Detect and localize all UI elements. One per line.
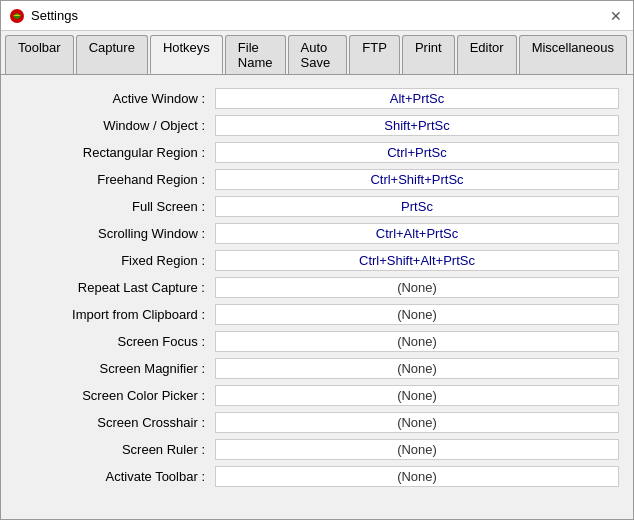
hotkey-label: Screen Crosshair : — [11, 409, 211, 436]
hotkey-value-button[interactable]: (None) — [215, 466, 619, 487]
hotkey-value-button[interactable]: (None) — [215, 412, 619, 433]
hotkey-value-button[interactable]: Ctrl+Shift+Alt+PrtSc — [215, 250, 619, 271]
hotkey-value-button[interactable]: Ctrl+PrtSc — [215, 142, 619, 163]
hotkey-label: Activate Toolbar : — [11, 463, 211, 490]
tab-autosave[interactable]: Auto Save — [288, 35, 348, 74]
hotkeys-content: Active Window :Alt+PrtScWindow / Object … — [1, 75, 633, 519]
table-row: Window / Object :Shift+PrtSc — [11, 112, 623, 139]
hotkey-label: Screen Color Picker : — [11, 382, 211, 409]
hotkey-label: Rectangular Region : — [11, 139, 211, 166]
hotkey-label: Full Screen : — [11, 193, 211, 220]
hotkey-value-button[interactable]: Shift+PrtSc — [215, 115, 619, 136]
hotkey-label: Repeat Last Capture : — [11, 274, 211, 301]
hotkey-label: Window / Object : — [11, 112, 211, 139]
hotkey-value-button[interactable]: (None) — [215, 277, 619, 298]
hotkey-value-button[interactable]: Ctrl+Alt+PrtSc — [215, 223, 619, 244]
table-row: Freehand Region :Ctrl+Shift+PrtSc — [11, 166, 623, 193]
hotkey-value-button[interactable]: (None) — [215, 304, 619, 325]
table-row: Fixed Region :Ctrl+Shift+Alt+PrtSc — [11, 247, 623, 274]
hotkey-label: Scrolling Window : — [11, 220, 211, 247]
table-row: Screen Ruler :(None) — [11, 436, 623, 463]
tab-print[interactable]: Print — [402, 35, 455, 74]
table-row: Screen Magnifier :(None) — [11, 355, 623, 382]
tab-miscellaneous[interactable]: Miscellaneous — [519, 35, 627, 74]
tab-toolbar[interactable]: Toolbar — [5, 35, 74, 74]
hotkey-label: Screen Focus : — [11, 328, 211, 355]
title-bar: Settings ✕ — [1, 1, 633, 31]
table-row: Screen Crosshair :(None) — [11, 409, 623, 436]
tab-ftp[interactable]: FTP — [349, 35, 400, 74]
table-row: Screen Focus :(None) — [11, 328, 623, 355]
title-bar-left: Settings — [9, 8, 78, 24]
hotkey-value-button[interactable]: (None) — [215, 439, 619, 460]
hotkey-value-button[interactable]: Ctrl+Shift+PrtSc — [215, 169, 619, 190]
hotkey-label: Screen Ruler : — [11, 436, 211, 463]
table-row: Rectangular Region :Ctrl+PrtSc — [11, 139, 623, 166]
hotkey-value-button[interactable]: (None) — [215, 385, 619, 406]
tab-hotkeys[interactable]: Hotkeys — [150, 35, 223, 74]
hotkey-value-button[interactable]: PrtSc — [215, 196, 619, 217]
tabs-container: Toolbar Capture Hotkeys File Name Auto S… — [1, 31, 633, 75]
close-button[interactable]: ✕ — [607, 7, 625, 25]
hotkey-label: Screen Magnifier : — [11, 355, 211, 382]
hotkey-label: Import from Clipboard : — [11, 301, 211, 328]
table-row: Import from Clipboard :(None) — [11, 301, 623, 328]
settings-window: Settings ✕ Toolbar Capture Hotkeys File … — [0, 0, 634, 520]
table-row: Screen Color Picker :(None) — [11, 382, 623, 409]
table-row: Active Window :Alt+PrtSc — [11, 85, 623, 112]
window-title: Settings — [31, 8, 78, 23]
table-row: Full Screen :PrtSc — [11, 193, 623, 220]
hotkey-value-button[interactable]: (None) — [215, 331, 619, 352]
app-icon — [9, 8, 25, 24]
table-row: Activate Toolbar :(None) — [11, 463, 623, 490]
tab-capture[interactable]: Capture — [76, 35, 148, 74]
hotkeys-table: Active Window :Alt+PrtScWindow / Object … — [11, 85, 623, 490]
tab-filename[interactable]: File Name — [225, 35, 286, 74]
hotkey-label: Fixed Region : — [11, 247, 211, 274]
hotkey-label: Active Window : — [11, 85, 211, 112]
tab-editor[interactable]: Editor — [457, 35, 517, 74]
hotkey-value-button[interactable]: Alt+PrtSc — [215, 88, 619, 109]
hotkey-value-button[interactable]: (None) — [215, 358, 619, 379]
table-row: Repeat Last Capture :(None) — [11, 274, 623, 301]
table-row: Scrolling Window :Ctrl+Alt+PrtSc — [11, 220, 623, 247]
hotkey-label: Freehand Region : — [11, 166, 211, 193]
